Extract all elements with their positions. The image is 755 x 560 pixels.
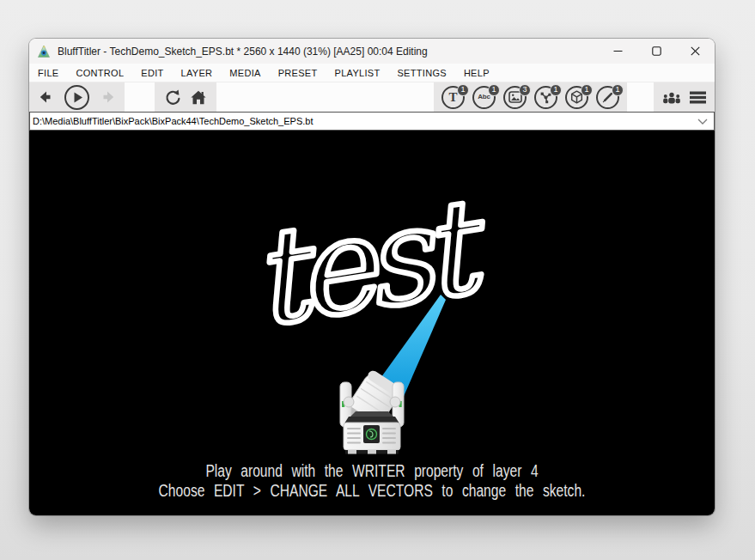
sketch-layer-button[interactable]: 1 [596,86,619,109]
menu-item-file[interactable]: FILE [29,68,67,78]
chevron-down-icon [697,119,708,125]
minimize-icon [613,46,623,56]
app-window: BluffTitler - TechDemo_Sketch_EPS.bt * 2… [29,39,715,515]
forward-button[interactable] [100,91,114,103]
main-menu-button[interactable] [690,91,706,104]
address-bar [29,112,715,131]
refresh-icon [165,89,181,106]
render-scene: test [29,131,715,515]
render-viewport[interactable]: test [29,131,715,515]
text-layer-glyph: T [448,91,457,104]
blufftitler-app-icon [37,45,51,58]
model-layer-button[interactable]: 1 [565,86,588,109]
back-arrow-icon [40,91,54,103]
paragraph-layer-button[interactable]: Abc 1 [472,86,496,109]
address-input[interactable] [33,113,694,129]
layer-badge: 1 [457,84,469,96]
forward-arrow-icon [100,91,114,103]
play-icon [64,85,89,110]
caption-line-1: Play around with the WRITER property of … [105,461,639,481]
window-title: BluffTitler - TechDemo_Sketch_EPS.bt * 2… [58,46,428,58]
home-button[interactable] [191,90,206,105]
window-controls [599,39,715,64]
text-layer-button[interactable]: T 1 [441,86,465,109]
desktop-background: BluffTitler - TechDemo_Sketch_EPS.bt * 2… [0,0,755,560]
layer-badge: 1 [550,84,562,96]
layer-badge: 3 [519,84,531,96]
back-button[interactable] [40,91,54,103]
toolbar-refresh-segment [155,82,216,112]
menu-item-settings[interactable]: SETTINGS [388,68,454,78]
community-people-icon [662,91,681,104]
address-dropdown-button[interactable] [694,119,711,125]
picture-layer-button[interactable]: 3 [503,86,527,109]
layer-badge: 1 [581,84,593,96]
menu-item-preset[interactable]: PRESET [270,68,326,78]
layer-badge: 1 [488,84,500,96]
menubar: FILE CONTROL EDIT LAYER MEDIA PRESET PLA… [29,64,715,82]
toolbar-layers-segment: T 1 Abc 1 [434,82,627,112]
hamburger-menu-icon [690,91,706,104]
menu-item-help[interactable]: HELP [455,68,498,78]
sketch-text: test [241,169,498,356]
vector-layer-button[interactable]: 1 [534,86,557,109]
toolbar: T 1 Abc 1 [29,82,715,112]
layer-badge: 1 [612,84,624,96]
close-button[interactable] [676,39,715,64]
community-button[interactable] [662,91,681,104]
close-icon [691,46,700,56]
home-icon [191,90,206,105]
paragraph-layer-glyph: Abc [478,94,490,100]
caption-line-2: Choose EDIT > CHANGE ALL VECTORS to chan… [105,481,639,501]
maximize-button[interactable] [637,39,676,64]
menu-item-layer[interactable]: LAYER [173,68,222,78]
menu-item-control[interactable]: CONTROL [67,68,132,78]
maximize-icon [652,46,661,56]
play-button[interactable] [64,85,89,110]
minimize-button[interactable] [599,39,637,64]
menu-item-playlist[interactable]: PLAYLIST [326,68,389,78]
menu-item-edit[interactable]: EDIT [132,68,172,78]
toolbar-right-segment [654,82,715,112]
refresh-button[interactable] [165,89,181,106]
toolbar-nav-segment [29,82,125,112]
titlebar[interactable]: BluffTitler - TechDemo_Sketch_EPS.bt * 2… [29,39,715,64]
menu-item-media[interactable]: MEDIA [221,68,269,78]
